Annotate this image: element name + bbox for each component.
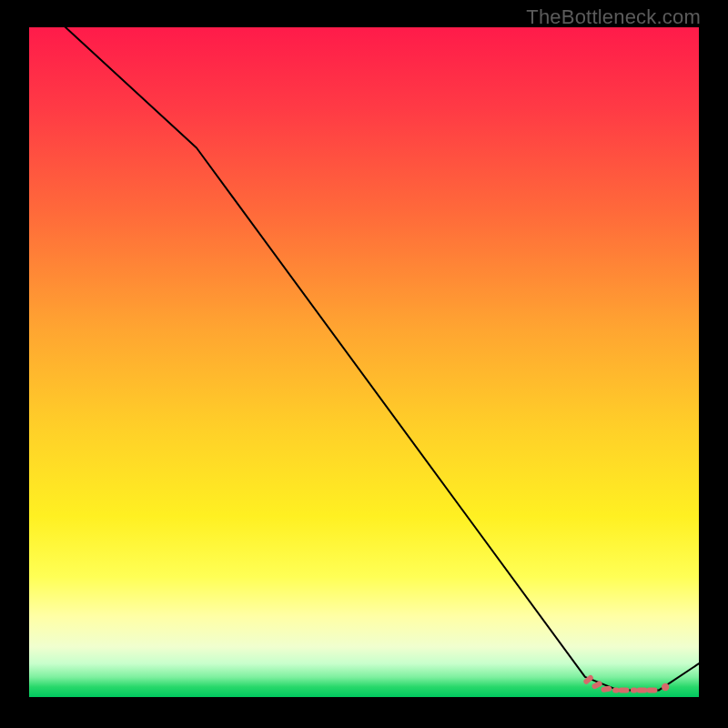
valley-dash (631, 688, 637, 693)
valley-dash (637, 688, 648, 693)
valley-dash (601, 685, 612, 693)
watermark-text: TheBottleneck.com (526, 5, 701, 29)
marker-group (582, 674, 669, 693)
valley-dash (619, 688, 630, 693)
valley-dot (662, 683, 669, 691)
valley-dash (612, 688, 619, 693)
plot-area (29, 27, 699, 697)
chart-svg (29, 27, 699, 697)
valley-dash (647, 688, 658, 693)
bottleneck-curve (29, 0, 699, 691)
chart-stage: TheBottleneck.com (0, 0, 728, 728)
